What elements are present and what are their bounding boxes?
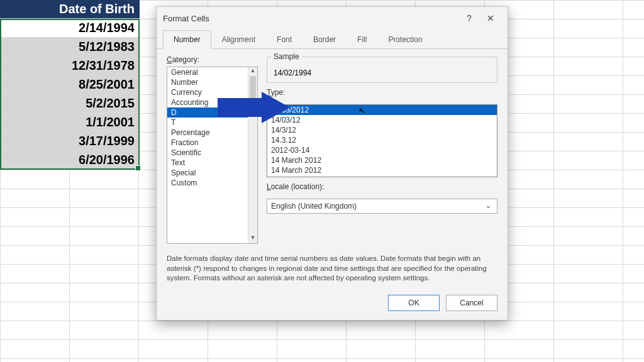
data-cell[interactable]: 3/17/1999 <box>0 132 140 151</box>
type-item[interactable]: 14/03/12 <box>267 115 497 125</box>
tab-protection[interactable]: Protection <box>377 30 433 49</box>
category-item-fraction[interactable]: Fraction <box>167 138 257 148</box>
ok-button[interactable]: OK <box>388 295 440 311</box>
locale-value: English (United Kingdom) <box>271 202 357 211</box>
right-column: Sample 14/02/1994 Type: 14/03/2012 14/03… <box>267 55 497 244</box>
dialog-buttons: OK Cancel <box>157 290 508 320</box>
cancel-button[interactable]: Cancel <box>446 295 497 311</box>
type-item[interactable]: 14/03/2012 <box>267 105 497 115</box>
scroll-thumb[interactable] <box>250 76 256 101</box>
data-cell[interactable]: 1/1/2001 <box>0 113 140 132</box>
category-label: Category: <box>167 55 258 64</box>
category-column: Category: General Number Currency Accoun… <box>167 55 258 244</box>
category-item-accounting[interactable]: Accounting <box>167 97 257 107</box>
sample-value: 14/02/1994 <box>274 69 311 77</box>
column-header[interactable]: Date of Birth <box>0 0 140 19</box>
tab-alignment[interactable]: Alignment <box>211 30 266 49</box>
type-item[interactable]: 2012-03-14 <box>267 145 497 155</box>
data-cell[interactable]: 12/31/1978 <box>0 57 140 75</box>
category-item-special[interactable]: Special <box>167 168 257 178</box>
data-cell[interactable]: 8/25/2001 <box>0 75 140 94</box>
data-cell[interactable]: 2/14/1994 <box>0 19 140 38</box>
locale-label: Locale (location): <box>267 182 497 191</box>
category-item-currency[interactable]: Currency <box>167 87 257 97</box>
scroll-up-icon[interactable]: ▲ <box>267 175 497 177</box>
category-item-percentage[interactable]: Percentage <box>167 128 257 138</box>
tab-fill[interactable]: Fill <box>347 30 377 49</box>
tab-font[interactable]: Font <box>266 30 303 49</box>
sample-label: Sample <box>271 52 302 61</box>
scroll-up-icon[interactable]: ▲ <box>248 67 257 76</box>
format-description: Date formats display date and time seria… <box>157 248 508 290</box>
category-scrollbar[interactable]: ▲ ▼ <box>248 67 257 243</box>
category-listbox[interactable]: General Number Currency Accounting D T P… <box>167 67 258 244</box>
type-label: Type: <box>267 88 497 97</box>
dialog-title: Format Cells <box>163 14 209 23</box>
dialog-tabs: Number Alignment Font Border Fill Protec… <box>157 30 508 49</box>
category-item-custom[interactable]: Custom <box>167 178 257 188</box>
category-item-scientific[interactable]: Scientific <box>167 148 257 158</box>
type-item[interactable]: 14 March 2012 <box>267 155 497 165</box>
type-item[interactable]: 14/3/12 <box>267 125 497 135</box>
type-item[interactable]: 14.3.12 <box>267 135 497 145</box>
type-item[interactable]: 14 March 2012 <box>267 165 497 175</box>
number-tab-body: Category: General Number Currency Accoun… <box>157 49 508 248</box>
locale-combobox[interactable]: English (United Kingdom) <box>267 199 497 214</box>
dialog-titlebar[interactable]: Format Cells ? ✕ <box>157 7 508 30</box>
type-listbox[interactable]: 14/03/2012 14/03/12 14/3/12 14.3.12 2012… <box>267 104 497 177</box>
scroll-down-icon[interactable]: ▼ <box>248 234 257 243</box>
tab-number[interactable]: Number <box>163 30 211 49</box>
category-item-text[interactable]: Text <box>167 158 257 168</box>
data-cell[interactable]: 6/20/1996 <box>0 151 140 170</box>
close-button[interactable]: ✕ <box>480 13 501 23</box>
category-item-time[interactable]: T <box>167 118 257 128</box>
data-cell[interactable]: 5/12/1983 <box>0 38 140 57</box>
help-button[interactable]: ? <box>458 13 480 23</box>
category-item-date[interactable]: D <box>167 107 257 118</box>
type-scrollbar[interactable]: ▲ ▼ <box>267 175 497 177</box>
format-cells-dialog: Format Cells ? ✕ Number Alignment Font B… <box>156 6 508 321</box>
data-column: Date of Birth 2/14/1994 5/12/1983 12/31/… <box>0 0 140 170</box>
category-item-number[interactable]: Number <box>167 77 257 87</box>
category-item-general[interactable]: General <box>167 67 257 77</box>
data-cell[interactable]: 5/2/2015 <box>0 94 140 113</box>
sample-box: Sample 14/02/1994 <box>267 57 497 83</box>
tab-border[interactable]: Border <box>303 30 347 49</box>
